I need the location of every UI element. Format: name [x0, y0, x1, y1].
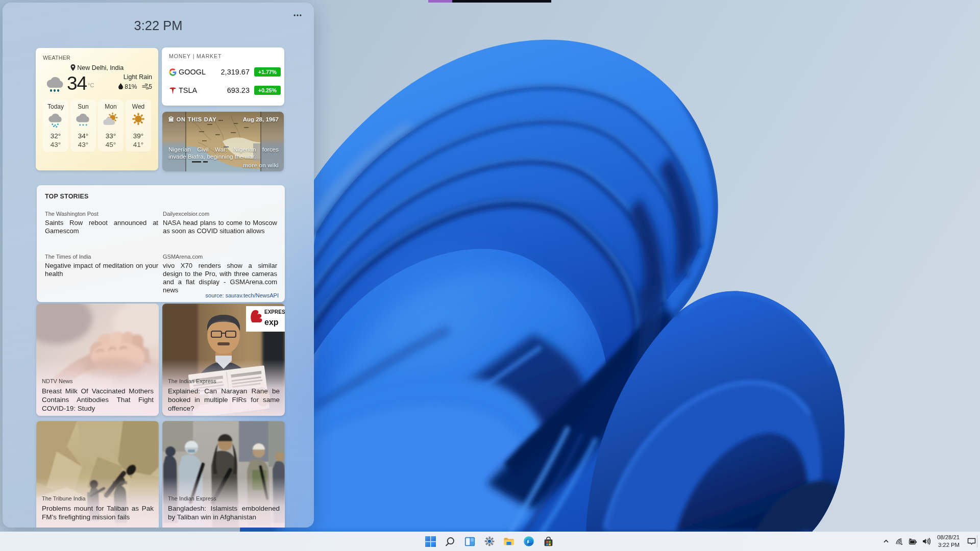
svg-text:exp: exp	[264, 318, 279, 327]
svg-text:EXPRES: EXPRES	[264, 309, 285, 315]
